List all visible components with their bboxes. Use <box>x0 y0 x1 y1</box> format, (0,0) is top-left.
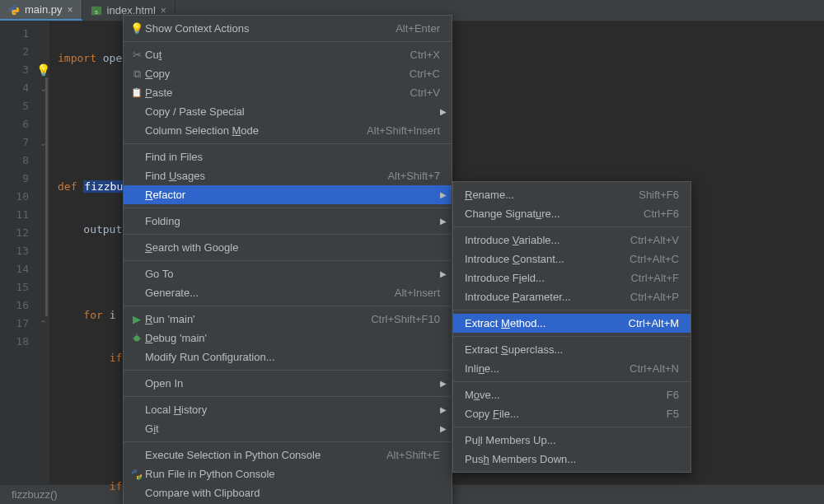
menu-item-shortcut: Ctrl+X <box>410 49 440 61</box>
menu-separator <box>124 208 452 208</box>
menu-item-shortcut: Ctrl+Alt+M <box>629 317 679 329</box>
menu-item-shortcut: Alt+Shift+7 <box>387 170 440 182</box>
line-number: 17 <box>0 315 35 333</box>
menu-item-shortcut: Ctrl+Alt+N <box>630 362 679 375</box>
menu-item[interactable]: Modify Run Configuration... <box>124 348 452 366</box>
breadcrumb[interactable]: fizzbuzz() <box>12 488 58 501</box>
menu-item-label: Copy / Paste Special <box>145 105 424 118</box>
menu-item[interactable]: Git▶ <box>124 419 452 438</box>
html-file-icon: 5 <box>91 5 102 16</box>
menu-item[interactable]: Inline...Ctrl+Alt+N <box>453 359 691 378</box>
menu-item[interactable]: ✂CutCtrl+X <box>124 45 452 64</box>
menu-separator <box>124 306 452 306</box>
menu-item[interactable]: Move...F6 <box>453 385 691 404</box>
menu-item[interactable]: Copy File...F5 <box>453 404 691 423</box>
submenu-arrow-icon: ▶ <box>424 217 440 226</box>
menu-item[interactable]: Find in Files <box>124 147 452 166</box>
menu-item[interactable]: Compare with Clipboard <box>124 483 452 502</box>
menu-item[interactable]: Generate...Alt+Insert <box>124 283 452 302</box>
menu-item[interactable]: Go To▶ <box>124 264 452 283</box>
submenu-arrow-icon: ▶ <box>424 424 440 433</box>
menu-item[interactable]: Pull Members Up... <box>453 431 691 450</box>
menu-item[interactable]: ⧉CopyCtrl+C <box>124 64 452 83</box>
menu-item-shortcut: Alt+Shift+Insert <box>367 124 440 137</box>
menu-item-label: Execute Selection in Python Console <box>145 449 370 461</box>
menu-item[interactable]: Refactor▶ <box>124 185 452 204</box>
intention-bulb-icon[interactable]: 💡 <box>36 61 49 79</box>
python-file-icon <box>8 4 20 16</box>
submenu-arrow-icon: ▶ <box>424 379 440 388</box>
menu-item-label: Git <box>145 422 424 435</box>
menu-item[interactable]: ▶Run 'main'Ctrl+Shift+F10 <box>124 310 452 329</box>
line-number: 7 <box>0 133 35 152</box>
line-number-gutter: 123456789101112131415161718 <box>0 21 36 484</box>
line-number: 2 <box>0 43 35 61</box>
menu-item-shortcut: Alt+Insert <box>395 287 440 299</box>
line-number: 15 <box>0 278 35 296</box>
menu-item[interactable]: Local History▶ <box>124 400 452 419</box>
menu-item[interactable]: Extract Superclass... <box>453 340 691 359</box>
menu-item-shortcut: F5 <box>667 408 679 420</box>
menu-item-label: Move... <box>465 389 650 401</box>
menu-item-label: Go To <box>145 268 424 280</box>
svg-point-2 <box>134 335 140 341</box>
tab-main-py[interactable]: main.py × <box>0 0 82 21</box>
menu-item-label: Modify Run Configuration... <box>145 351 440 363</box>
debug-icon <box>129 333 145 344</box>
menu-item[interactable]: Introduce Variable...Ctrl+Alt+V <box>453 231 691 250</box>
menu-item-label: Introduce Field... <box>465 272 614 284</box>
menu-item-shortcut: Alt+Shift+E <box>386 449 440 461</box>
menu-item-label: Inline... <box>465 362 613 375</box>
menu-item-label: Rename... <box>465 189 622 201</box>
menu-item-shortcut: Alt+Enter <box>396 22 440 35</box>
line-number: 12 <box>0 224 35 242</box>
menu-item[interactable]: Run File in Python Console <box>124 464 452 483</box>
menu-item-shortcut: Ctrl+F6 <box>644 208 679 220</box>
menu-item[interactable]: 💡Show Context ActionsAlt+Enter <box>124 19 452 38</box>
menu-item[interactable]: Introduce Constant...Ctrl+Alt+C <box>453 250 691 268</box>
menu-item-label: Introduce Constant... <box>465 253 613 265</box>
menu-item[interactable]: Debug 'main' <box>124 329 452 348</box>
line-number: 5 <box>0 97 35 115</box>
fold-end-icon[interactable]: ⌃ <box>36 315 49 333</box>
menu-item-shortcut: Ctrl+V <box>410 86 440 99</box>
svg-text:5: 5 <box>95 8 98 14</box>
menu-item[interactable]: Extract Method...Ctrl+Alt+M <box>453 314 691 333</box>
code-block-bracket <box>45 77 48 316</box>
menu-item[interactable]: Execute Selection in Python ConsoleAlt+S… <box>124 446 452 464</box>
menu-separator <box>453 336 691 337</box>
menu-separator <box>124 441 452 442</box>
refactor-submenu: Rename...Shift+F6Change Signature...Ctrl… <box>452 181 691 473</box>
menu-item[interactable]: Find UsagesAlt+Shift+7 <box>124 166 452 185</box>
menu-item[interactable]: Introduce Parameter...Ctrl+Alt+P <box>453 287 691 306</box>
menu-item-label: Introduce Variable... <box>465 234 614 246</box>
line-number: 14 <box>0 260 35 278</box>
intention-bulb-icon: 💡 <box>129 22 145 35</box>
menu-separator <box>453 226 691 227</box>
menu-item[interactable]: Introduce Field...Ctrl+Alt+F <box>453 268 691 287</box>
menu-item[interactable]: Rename...Shift+F6 <box>453 185 691 204</box>
menu-item[interactable]: Search with Google <box>124 238 452 257</box>
line-number: 11 <box>0 206 35 224</box>
menu-item-label: Find Usages <box>145 170 371 182</box>
menu-item[interactable]: Change Signature...Ctrl+F6 <box>453 204 691 223</box>
tab-label: main.py <box>25 3 63 16</box>
menu-item-label: Debug 'main' <box>145 332 440 344</box>
menu-item[interactable]: Open In▶ <box>124 374 452 393</box>
close-icon[interactable]: × <box>68 4 73 16</box>
submenu-arrow-icon: ▶ <box>424 269 440 278</box>
blank <box>36 43 49 61</box>
line-number: 9 <box>0 170 35 188</box>
menu-item-shortcut: Ctrl+Alt+V <box>630 234 679 246</box>
menu-item-label: Cut <box>145 49 394 61</box>
menu-item[interactable]: Copy / Paste Special▶ <box>124 102 452 121</box>
submenu-arrow-icon: ▶ <box>424 405 440 414</box>
menu-item[interactable]: 📋PasteCtrl+V <box>124 83 452 102</box>
line-number: 4 <box>0 79 35 97</box>
menu-separator <box>453 427 691 427</box>
menu-item[interactable]: Folding▶ <box>124 212 452 231</box>
menu-item[interactable]: Column Selection ModeAlt+Shift+Insert <box>124 121 452 140</box>
menu-item[interactable]: Push Members Down... <box>453 450 691 469</box>
menu-item-label: Generate... <box>145 287 378 299</box>
menu-item-label: Introduce Parameter... <box>465 291 614 303</box>
